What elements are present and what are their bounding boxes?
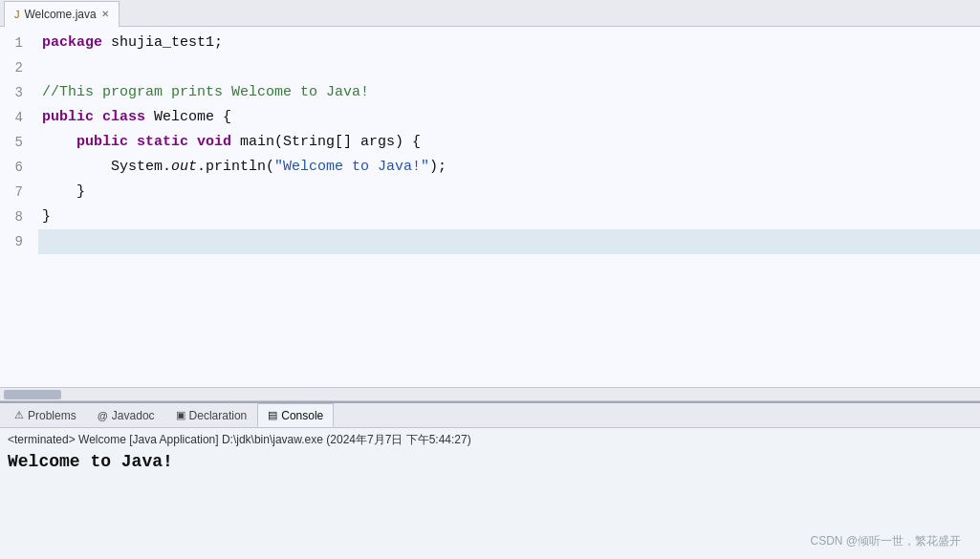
code-line: 6 System.out.println("Welcome to Java!")…	[0, 155, 980, 180]
line-content: }	[38, 180, 980, 204]
code-line: 1package shujia_test1;	[0, 31, 980, 55]
code-line: 9	[0, 229, 980, 254]
line-content: System.out.println("Welcome to Java!");	[38, 155, 980, 180]
editor-container: J Welcome.java ✕ 1package shujia_test1;2…	[0, 0, 980, 401]
editor-tab[interactable]: J Welcome.java ✕	[4, 1, 120, 27]
tab-label-problems: Problems	[28, 409, 76, 422]
tab-label-console: Console	[281, 409, 323, 422]
console-header: <terminated> Welcome [Java Application] …	[8, 432, 972, 448]
bottom-panel: ⚠Problems@Javadoc▣Declaration▤Console <t…	[0, 401, 980, 559]
tab-label-javadoc: Javadoc	[112, 409, 155, 422]
code-area[interactable]: 1package shujia_test1;23//This program p…	[0, 27, 980, 387]
watermark: CSDN @倾听一世，繁花盛开	[810, 533, 961, 549]
line-number: 3	[0, 80, 38, 105]
bottom-tab-declaration[interactable]: ▣Declaration	[165, 403, 258, 427]
scrollbar-thumb[interactable]	[4, 390, 61, 399]
line-number: 5	[0, 130, 38, 155]
tab-label-declaration: Declaration	[189, 409, 248, 422]
line-content: }	[38, 204, 980, 229]
line-content: package shujia_test1;	[38, 31, 980, 55]
bottom-tab-bar: ⚠Problems@Javadoc▣Declaration▤Console	[0, 403, 980, 428]
bottom-tab-problems[interactable]: ⚠Problems	[4, 403, 87, 427]
line-number: 2	[0, 55, 38, 80]
tab-icon-declaration: ▣	[176, 409, 185, 421]
code-line: 5 public static void main(String[] args)…	[0, 130, 980, 155]
tab-label: Welcome.java	[25, 8, 97, 21]
bottom-tab-console[interactable]: ▤Console	[257, 403, 334, 427]
tab-icon-problems: ⚠	[14, 409, 24, 421]
horizontal-scrollbar[interactable]	[0, 387, 980, 400]
line-number: 6	[0, 155, 38, 180]
line-content: public class Welcome {	[38, 105, 980, 130]
line-content: public static void main(String[] args) {	[38, 130, 980, 155]
console-output: Welcome to Java!	[8, 452, 972, 471]
line-number: 1	[0, 31, 38, 55]
line-number: 7	[0, 180, 38, 204]
java-file-icon: J	[14, 9, 20, 20]
bottom-tab-javadoc[interactable]: @Javadoc	[87, 403, 165, 427]
line-content: //This program prints Welcome to Java!	[38, 80, 980, 105]
code-line: 7 }	[0, 180, 980, 204]
code-line: 4public class Welcome {	[0, 105, 980, 130]
tab-icon-console: ▤	[268, 409, 277, 421]
code-line: 8}	[0, 204, 980, 229]
tab-close-icon[interactable]: ✕	[101, 9, 109, 19]
line-number: 4	[0, 105, 38, 130]
tab-icon-javadoc: @	[98, 410, 108, 421]
line-number: 8	[0, 204, 38, 229]
code-line: 3//This program prints Welcome to Java!	[0, 80, 980, 105]
code-line: 2	[0, 55, 980, 80]
line-number: 9	[0, 229, 38, 254]
tab-bar: J Welcome.java ✕	[0, 0, 980, 27]
